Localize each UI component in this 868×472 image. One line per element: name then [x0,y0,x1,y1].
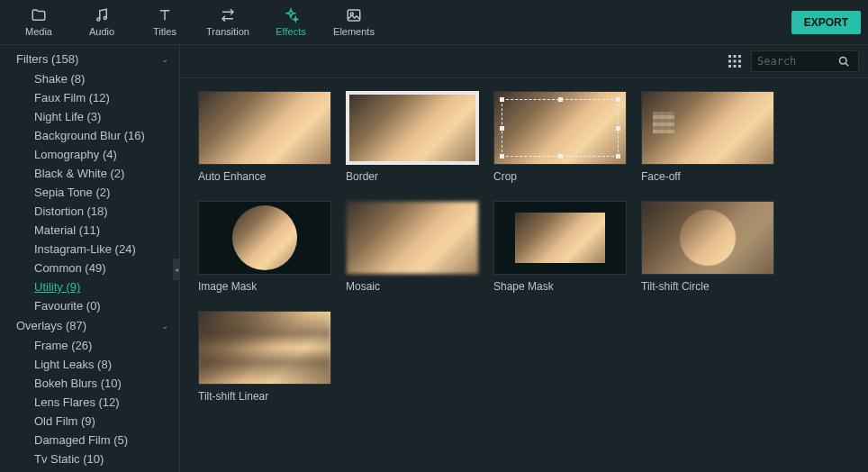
image-icon [346,7,362,23]
sidebar-subitem[interactable]: Black & White (2) [0,164,179,183]
effect-label: Image Mask [198,280,331,293]
sidebar-subitem[interactable]: Bokeh Blurs (10) [0,374,179,393]
effect-thumbnail [198,91,331,165]
sidebar-collapse-handle[interactable]: ◂ [173,259,180,280]
svg-point-13 [840,58,847,65]
sparkle-icon [283,7,299,23]
sidebar-subitem[interactable]: Lomography (4) [0,145,179,164]
effect-item[interactable]: Shape Mask [493,201,627,293]
tool-media[interactable]: Media [7,0,70,45]
sidebar-subitem[interactable]: View Finder (7) [0,468,179,472]
svg-rect-11 [734,65,737,68]
sidebar-subitem[interactable]: Favourite (0) [0,296,179,315]
sidebar-subitem[interactable]: Distortion (18) [0,202,179,221]
tool-label: Effects [276,26,305,37]
sidebar-subitem[interactable]: Utility (9) [0,277,179,296]
effects-grid: Auto EnhanceBorderCropFace-offImage Mask… [180,78,868,472]
category-header[interactable]: Filters (158)⌄ [0,49,179,69]
svg-rect-4 [728,55,731,58]
sidebar-subitem[interactable]: Faux Film (12) [0,88,179,107]
effect-item[interactable]: Crop [493,91,627,183]
search-input[interactable] [757,55,838,68]
top-toolbar: MediaAudioTitlesTransitionEffectsElement… [0,0,868,45]
sidebar-subitem[interactable]: Damaged Film (5) [0,431,179,449]
effect-label: Border [346,170,479,183]
export-button[interactable]: EXPORT [791,11,861,34]
chevron-down-icon: ⌄ [161,321,168,331]
category-header[interactable]: Overlays (87)⌄ [0,315,179,336]
svg-point-1 [104,17,106,20]
effect-label: Shape Mask [493,280,627,293]
music-icon [94,7,110,23]
tool-label: Audio [89,26,114,37]
effect-thumbnail [493,201,627,275]
tool-effects[interactable]: Effects [259,0,322,45]
effect-item[interactable]: Border [346,91,479,183]
main-area: Filters (158)⌄Shake (8)Faux Film (12)Nig… [0,45,868,472]
tool-elements[interactable]: Elements [322,0,385,45]
svg-rect-8 [734,60,737,63]
tool-label: Transition [206,26,249,37]
folder-icon [31,7,47,23]
svg-rect-12 [738,65,741,68]
tool-titles[interactable]: Titles [133,0,196,45]
grid-view-icon[interactable] [728,54,742,68]
effect-item[interactable]: Face-off [641,91,774,183]
sidebar-subitem[interactable]: Shake (8) [0,69,179,88]
search-icon [838,56,849,67]
svg-rect-6 [738,55,741,58]
effect-item[interactable]: Image Mask [198,201,331,293]
effect-item[interactable]: Mosaic [346,201,479,293]
sidebar-subitem[interactable]: Common (49) [0,259,179,277]
effect-label: Face-off [641,170,774,183]
tool-label: Titles [153,26,176,37]
effect-thumbnail [346,91,479,165]
text-icon [157,7,173,23]
effect-item[interactable]: Auto Enhance [198,91,331,183]
chevron-down-icon: ⌄ [161,54,168,64]
effect-label: Mosaic [346,280,479,293]
sidebar-subitem[interactable]: Material (11) [0,221,179,240]
effect-thumbnail [641,201,774,275]
effect-thumbnail [198,311,331,385]
svg-rect-10 [728,65,731,68]
svg-rect-9 [738,60,741,63]
svg-rect-2 [348,10,360,21]
effect-thumbnail [493,91,627,165]
tool-transition[interactable]: Transition [196,0,259,45]
sidebar-subitem[interactable]: Frame (26) [0,336,179,355]
category-label: Overlays (87) [16,319,86,332]
sidebar-subitem[interactable]: Instagram-Like (24) [0,240,179,259]
category-label: Filters (158) [16,52,78,66]
sidebar-subitem[interactable]: Sepia Tone (2) [0,183,179,202]
effect-label: Auto Enhance [198,170,331,183]
sidebar-subitem[interactable]: Tv Static (10) [0,449,179,468]
content-header [180,45,868,78]
effect-item[interactable]: Tilt-shift Linear [198,311,331,403]
sidebar-subitem[interactable]: Lens Flares (12) [0,393,179,412]
effect-thumbnail [346,201,479,275]
effect-label: Crop [493,170,627,183]
effect-label: Tilt-shift Circle [641,280,774,293]
sidebar-subitem[interactable]: Night Life (3) [0,107,179,126]
svg-line-14 [845,63,848,66]
sidebar-subitem[interactable]: Light Leaks (8) [0,355,179,374]
search-field[interactable] [751,50,859,72]
tool-label: Media [25,26,52,37]
swap-icon [220,7,236,23]
sidebar-subitem[interactable]: Background Blur (16) [0,126,179,145]
effect-thumbnail [198,201,331,275]
svg-point-0 [97,18,100,21]
tool-label: Elements [333,26,375,37]
sidebar-subitem[interactable]: Old Film (9) [0,412,179,431]
effect-label: Tilt-shift Linear [198,390,331,403]
svg-rect-5 [734,55,737,58]
svg-rect-7 [728,60,731,63]
effect-item[interactable]: Tilt-shift Circle [641,201,774,293]
effect-thumbnail [641,91,774,165]
sidebar: Filters (158)⌄Shake (8)Faux Film (12)Nig… [0,45,180,472]
content-panel: Auto EnhanceBorderCropFace-offImage Mask… [180,45,868,472]
tool-audio[interactable]: Audio [70,0,133,45]
